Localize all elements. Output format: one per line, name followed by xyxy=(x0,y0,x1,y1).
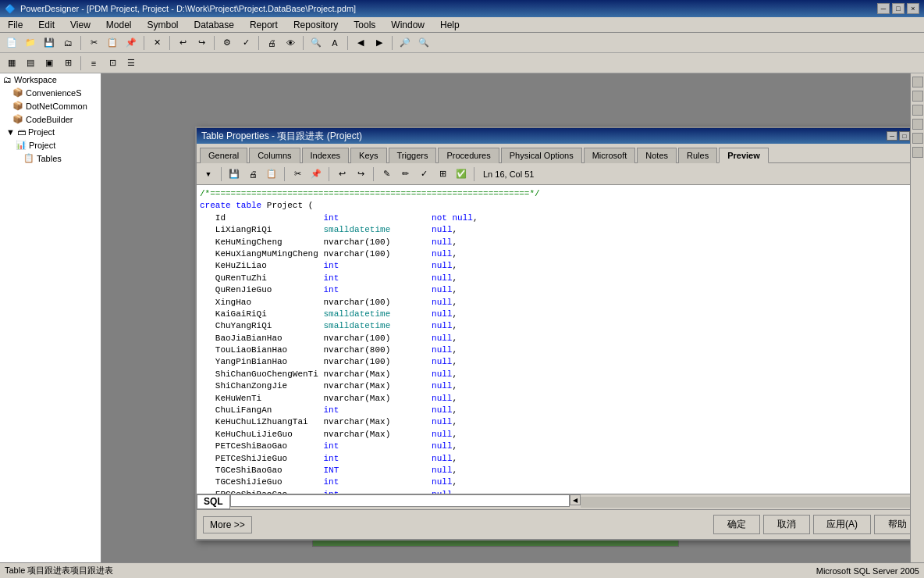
tab-rules[interactable]: Rules xyxy=(678,148,717,163)
tree-conveniencex[interactable]: 📦 ConvenienceS xyxy=(0,86,101,99)
menu-view[interactable]: View xyxy=(66,19,95,31)
dlg-tb-ok[interactable]: ✅ xyxy=(453,166,470,183)
tab-triggers[interactable]: Triggers xyxy=(389,148,437,163)
more-button[interactable]: More >> xyxy=(203,516,252,533)
maximize-btn[interactable]: □ xyxy=(892,3,904,14)
menu-help[interactable]: Help xyxy=(435,19,464,31)
dlg-tb-paste[interactable]: 📌 xyxy=(307,166,325,183)
dlg-tb-edit1[interactable]: ✎ xyxy=(378,166,395,183)
dlg-tb-save[interactable]: 💾 xyxy=(226,166,243,183)
tb-redo[interactable]: ↪ xyxy=(193,34,210,52)
tb-check[interactable]: ✓ xyxy=(237,34,254,52)
tree-label-tables: Tables xyxy=(37,154,62,163)
tab-columns[interactable]: Columns xyxy=(249,148,300,163)
tb-cut[interactable]: ✂ xyxy=(85,34,102,52)
tb-paste[interactable]: 📌 xyxy=(123,34,140,52)
menu-repository[interactable]: Repository xyxy=(289,19,343,31)
tab-general[interactable]: General xyxy=(200,148,247,163)
dlg-tb-print[interactable]: 🖨 xyxy=(244,166,261,183)
close-btn[interactable]: × xyxy=(907,3,919,14)
tab-physical-options[interactable]: Physical Options xyxy=(501,148,582,163)
tb-save[interactable]: 💾 xyxy=(41,34,58,52)
right-icon-3[interactable] xyxy=(912,105,923,116)
tb2-3[interactable]: ▣ xyxy=(41,55,58,72)
tab-indexes[interactable]: Indexes xyxy=(302,148,350,163)
tab-keys[interactable]: Keys xyxy=(350,148,386,163)
tb2-1[interactable]: ▦ xyxy=(3,55,20,72)
help-button[interactable]: 帮助 xyxy=(874,515,910,534)
confirm-button[interactable]: 确定 xyxy=(713,515,760,534)
tb-zoom-out[interactable]: 🔍 xyxy=(415,34,432,52)
tb2-5[interactable]: ≡ xyxy=(85,55,102,72)
dlg-tb-undo[interactable]: ↩ xyxy=(333,166,350,183)
dlg-tb-check[interactable]: ✓ xyxy=(415,166,432,183)
tree-label-conv: ConvenienceS xyxy=(26,88,82,98)
menu-tools[interactable]: Tools xyxy=(349,19,380,31)
code-editor[interactable]: /*======================================… xyxy=(197,185,910,494)
tree-dotnet[interactable]: 📦 DotNetCommon xyxy=(0,99,101,112)
tb2-2[interactable]: ▤ xyxy=(22,55,39,72)
tb-find[interactable]: 🔍 xyxy=(307,34,325,52)
tb-undo[interactable]: ↩ xyxy=(174,34,191,52)
code-line-13: TouLiaoBianHao nvarchar(800) null, xyxy=(200,344,910,356)
dialog-minimize[interactable]: ─ xyxy=(887,131,897,141)
tree-codebuilder[interactable]: 📦 CodeBuilder xyxy=(0,112,101,126)
cancel-button[interactable]: 取消 xyxy=(763,515,810,534)
dialog-title-text: Table Properties - 项目跟进表 (Project) xyxy=(201,130,362,143)
dlg-tb-edit2[interactable]: ✏ xyxy=(396,166,414,183)
apply-button[interactable]: 应用(A) xyxy=(813,515,871,534)
minimize-btn[interactable]: ─ xyxy=(877,3,890,14)
dlg-tb-cut[interactable]: ✂ xyxy=(289,166,306,183)
tb-delete[interactable]: ✕ xyxy=(148,34,165,52)
dlg-tb-redo[interactable]: ↪ xyxy=(352,166,369,183)
tb2-6[interactable]: ⊡ xyxy=(104,55,121,72)
workspace-root[interactable]: 🗂 Workspace xyxy=(0,73,101,86)
sql-tab[interactable]: SQL xyxy=(197,494,230,509)
menu-edit[interactable]: Edit xyxy=(34,19,59,31)
tree-project[interactable]: ▼ 🗃 Project xyxy=(0,126,101,138)
dlg-sep4 xyxy=(373,167,374,181)
tab-preview[interactable]: Preview xyxy=(719,148,769,163)
tb-a[interactable]: A xyxy=(326,34,343,52)
tree-tables[interactable]: 📋 Tables xyxy=(0,152,101,165)
tb-open[interactable]: 📁 xyxy=(22,34,39,52)
tb-zoom-in[interactable]: 🔎 xyxy=(396,34,414,52)
menu-symbol[interactable]: Symbol xyxy=(143,19,183,31)
tb-new[interactable]: 📄 xyxy=(3,34,20,52)
menu-database[interactable]: Database xyxy=(190,19,239,31)
dlg-tb-edit3[interactable]: ⊞ xyxy=(434,166,451,183)
tb-print[interactable]: 🖨 xyxy=(263,34,280,52)
right-icon-5[interactable] xyxy=(912,133,923,144)
tb-save-all[interactable]: 🗂 xyxy=(59,34,76,52)
tree-project-child[interactable]: 📊 Project xyxy=(0,138,101,152)
tb-back[interactable]: ◀ xyxy=(352,34,369,52)
menu-window[interactable]: Window xyxy=(386,19,429,31)
tab-notes[interactable]: Notes xyxy=(637,148,677,163)
hscroll-left[interactable]: ◀ xyxy=(570,494,581,505)
tb2-7[interactable]: ☰ xyxy=(123,55,140,72)
menu-file[interactable]: File xyxy=(3,19,27,31)
right-icon-6[interactable] xyxy=(912,147,923,158)
dlg-tb-copy[interactable]: 📋 xyxy=(263,166,280,183)
right-icon-4[interactable] xyxy=(912,119,923,130)
menu-model[interactable]: Model xyxy=(101,19,137,31)
workspace-label: Workspace xyxy=(14,75,57,84)
right-icon-2[interactable] xyxy=(912,91,923,102)
tb-copy[interactable]: 📋 xyxy=(104,34,121,52)
sep2 xyxy=(144,36,144,50)
tb2-4[interactable]: ⊞ xyxy=(59,55,76,72)
tab-microsoft[interactable]: Microsoft xyxy=(584,148,636,163)
status-right: Microsoft SQL Server 2005 xyxy=(816,566,919,576)
code-line-6: KeHuZiLiao int null, xyxy=(200,260,910,272)
sql-input[interactable] xyxy=(230,494,570,507)
code-editor-area[interactable]: /*======================================… xyxy=(197,185,910,494)
tab-procedures[interactable]: Procedures xyxy=(438,148,499,163)
dialog-maximize[interactable]: □ xyxy=(899,131,910,141)
menu-report[interactable]: Report xyxy=(245,19,283,31)
tb-forward[interactable]: ▶ xyxy=(371,34,388,52)
tb-preview[interactable]: 👁 xyxy=(282,34,299,52)
hscroll-track[interactable] xyxy=(581,497,910,508)
dlg-tb-dropdown[interactable]: ▼ xyxy=(200,166,217,183)
right-icon-1[interactable] xyxy=(912,77,923,87)
tb-generate[interactable]: ⚙ xyxy=(219,34,236,52)
